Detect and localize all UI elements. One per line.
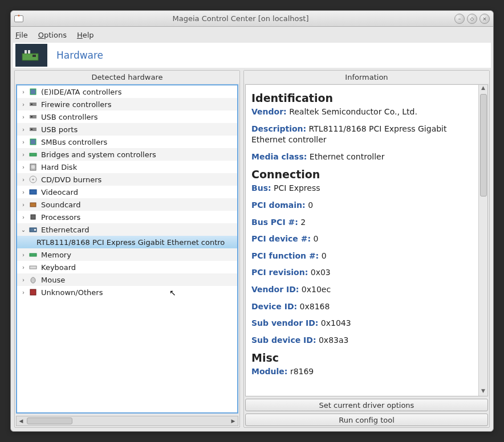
svg-point-14 [31, 165, 35, 169]
cd-icon [29, 175, 38, 184]
page-title: Hardware [56, 50, 103, 61]
expand-icon[interactable]: › [19, 126, 27, 133]
expand-icon[interactable]: › [19, 264, 27, 271]
tree-item[interactable]: ›Bridges and system controllers [17, 148, 237, 161]
svg-rect-17 [30, 190, 36, 194]
minimize-button[interactable]: – [454, 14, 465, 24]
expand-icon[interactable]: › [19, 289, 27, 296]
sub-device-id-value: 0x83a3 [319, 335, 349, 345]
tree-item[interactable]: ›Mouse [17, 273, 237, 286]
window-title: Mageia Control Center [on localhost] [27, 14, 454, 23]
tree-item[interactable]: ›Memory [17, 248, 237, 261]
expand-icon[interactable]: › [19, 202, 27, 208]
svg-rect-5 [30, 103, 36, 106]
expand-icon[interactable]: › [19, 277, 27, 283]
tree-item[interactable]: ›Soundcard [17, 198, 237, 211]
expand-icon[interactable]: › [19, 101, 27, 108]
pci-revision-value: 0x03 [311, 268, 331, 277]
identification-heading: Identification [251, 92, 473, 104]
tree-item[interactable]: ›Processors [17, 211, 237, 223]
vscroll-thumb[interactable] [480, 94, 487, 197]
maximize-button[interactable]: ◇ [467, 14, 477, 24]
tree-item[interactable]: ›SMBus controllers [17, 136, 237, 148]
svg-rect-23 [30, 266, 36, 269]
tree-item[interactable]: ›Hard Disk [17, 161, 237, 173]
menu-file[interactable]: File [15, 31, 28, 39]
app-icon [14, 15, 23, 22]
svg-rect-25 [30, 289, 36, 295]
tree-item-label: Hard Disk [41, 163, 77, 171]
set-current-driver-options-button[interactable]: Set current driver options [245, 399, 488, 411]
scroll-down-icon[interactable]: ▼ [481, 388, 485, 396]
pci-function-key: PCI function #: [251, 251, 319, 260]
scroll-right-icon[interactable]: ▶ [229, 417, 238, 425]
titlebar[interactable]: Mageia Control Center [on localhost] – ◇… [11, 11, 493, 27]
expand-icon[interactable]: › [19, 152, 27, 158]
ram-icon [29, 150, 38, 159]
expand-icon[interactable]: › [19, 177, 27, 183]
sub-vendor-id-value: 0x1043 [321, 318, 351, 328]
svg-rect-19 [31, 215, 35, 219]
expand-icon[interactable]: › [19, 114, 27, 120]
tree-item[interactable]: ›USB controllers [17, 110, 237, 123]
left-panel-title: Detected hardware [15, 71, 239, 83]
tree-item-label: Videocard [41, 188, 78, 197]
detected-hardware-panel: Detected hardware ›(E)IDE/ATA controller… [14, 70, 240, 428]
sub-vendor-id-key: Sub vendor ID: [251, 318, 318, 328]
hardware-tree[interactable]: ›(E)IDE/ATA controllers›Firewire control… [16, 84, 238, 414]
tree-item[interactable]: ⌄Ethernetcard [17, 223, 237, 236]
nic-icon [29, 225, 38, 234]
tree-item-label: Soundcard [41, 200, 80, 209]
scroll-up-icon[interactable]: ▲ [481, 85, 485, 93]
tree-item[interactable]: ›Unknown/Others [17, 286, 237, 298]
media-class-value: Ethernet controller [310, 152, 385, 161]
expand-icon[interactable]: › [19, 164, 27, 170]
information-panel: Information Identification Vendor: Realt… [243, 70, 490, 428]
menubar: File Options Help [11, 27, 493, 43]
tree-child-item[interactable]: RTL8111/8168 PCI Express Gigabit Etherne… [17, 236, 237, 248]
expand-icon[interactable]: › [19, 189, 27, 195]
svg-rect-10 [31, 129, 32, 130]
description-key: Description: [251, 124, 306, 133]
port-icon [29, 125, 38, 134]
misc-heading: Misc [251, 351, 473, 364]
sound-icon [29, 200, 38, 209]
ram-icon [29, 250, 38, 259]
close-button[interactable]: × [479, 14, 490, 24]
expand-icon[interactable]: › [19, 214, 27, 220]
menu-help[interactable]: Help [77, 31, 94, 39]
expand-icon[interactable]: › [19, 89, 27, 95]
connection-heading: Connection [251, 168, 473, 181]
scroll-thumb[interactable] [27, 418, 72, 424]
run-config-tool-button[interactable]: Run config tool [245, 414, 488, 426]
unk-icon [29, 288, 38, 297]
expand-icon[interactable]: › [19, 252, 27, 258]
tree-item[interactable]: ›USB ports [17, 123, 237, 136]
info-body: Identification Vendor: Realtek Semicondu… [246, 85, 478, 396]
tree-item-label: Ethernetcard [41, 226, 89, 234]
scroll-left-icon[interactable]: ◀ [17, 417, 26, 425]
tree-item-label: USB ports [41, 125, 78, 134]
tree-item-label: Processors [41, 213, 80, 222]
device-id-key: Device ID: [251, 302, 297, 311]
menu-options[interactable]: Options [38, 31, 67, 39]
horizontal-scrollbar[interactable]: ◀ ▶ [16, 416, 238, 426]
vertical-scrollbar[interactable]: ▲ ▼ [478, 85, 487, 396]
svg-rect-8 [31, 116, 32, 117]
collapse-icon[interactable]: ⌄ [19, 227, 27, 233]
chip-icon [29, 87, 38, 96]
tree-item[interactable]: ›Videocard [17, 186, 237, 198]
tree-item[interactable]: ›CD/DVD burners [17, 173, 237, 186]
module-key: Module: [251, 367, 287, 376]
svg-rect-4 [30, 89, 36, 95]
tree-item[interactable]: ›Keyboard [17, 261, 237, 273]
tree-item[interactable]: ›(E)IDE/ATA controllers [17, 85, 237, 98]
sub-device-id-key: Sub device ID: [251, 335, 316, 345]
svg-rect-6 [31, 104, 32, 105]
bus-pci-key: Bus PCI #: [251, 218, 298, 227]
tree-item-label: USB controllers [41, 113, 98, 121]
vendor-id-key: Vendor ID: [251, 285, 299, 294]
tree-item[interactable]: ›Firewire controllers [17, 98, 237, 110]
tree-item-label: Firewire controllers [41, 100, 111, 109]
expand-icon[interactable]: › [19, 139, 27, 145]
